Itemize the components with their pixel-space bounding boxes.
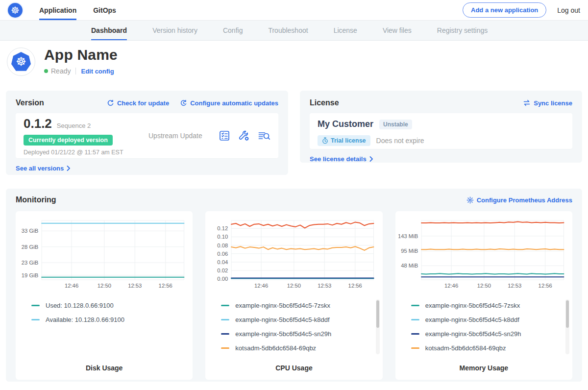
license-card-title: License bbox=[310, 98, 339, 107]
legend-swatch-icon bbox=[31, 319, 40, 320]
logout-button[interactable]: Log out bbox=[557, 6, 580, 14]
legend-label: example-nginx-5bc6f5d4c5-k8ddf bbox=[235, 316, 329, 323]
config-wrench-icon[interactable] bbox=[238, 130, 250, 142]
legend-swatch-icon bbox=[411, 347, 419, 349]
edit-config-link[interactable]: Edit config bbox=[81, 68, 114, 75]
monitoring-section: Monitoring Configure Prometheus Address … bbox=[6, 189, 582, 382]
add-application-button[interactable]: Add a new application bbox=[463, 2, 546, 18]
status-badge: Ready bbox=[44, 67, 71, 75]
subnav-version-history[interactable]: Version history bbox=[152, 21, 197, 40]
sequence-label: Sequence 2 bbox=[57, 122, 91, 129]
subnav-troubleshoot[interactable]: Troubleshoot bbox=[268, 21, 308, 40]
chart-title: Memory Usage bbox=[395, 364, 572, 372]
chevron-right-icon bbox=[369, 156, 373, 162]
subnav-view-files[interactable]: View files bbox=[383, 21, 412, 40]
svg-text:12:50: 12:50 bbox=[477, 283, 490, 289]
svg-text:0.10: 0.10 bbox=[218, 234, 228, 240]
channel-badge: Unstable bbox=[379, 120, 412, 129]
cpu-usage-chart: 0.000.020.040.060.080.100.1212:4612:5012… bbox=[208, 217, 377, 292]
configure-automatic-updates-label: Configure automatic updates bbox=[190, 99, 278, 107]
license-expiration: Does not expire bbox=[376, 137, 424, 145]
license-detail-card: My Customer Unstable Trial license Does … bbox=[310, 113, 572, 149]
preflight-checklist-icon[interactable] bbox=[219, 130, 230, 142]
see-license-details-label: See license details bbox=[310, 155, 367, 163]
subnav-config[interactable]: Config bbox=[223, 21, 243, 40]
legend-item: kotsadm-5db6dc6584-69qbz bbox=[411, 341, 567, 355]
configure-prometheus-label: Configure Prometheus Address bbox=[477, 196, 572, 204]
legend-item: example-nginx-5bc6f5d4c5-k8ddf bbox=[411, 313, 567, 327]
version-source-label: Upstream Update bbox=[148, 132, 202, 140]
memory-usage-chart-card: 48 MiB95 MiB143 MiB12:4612:5012:5312:56 … bbox=[395, 211, 572, 380]
trial-license-label: Trial license bbox=[331, 137, 366, 144]
legend-swatch-icon bbox=[411, 319, 419, 320]
svg-text:28 GiB: 28 GiB bbox=[22, 244, 38, 250]
topnav-tabs: Application GitOps bbox=[39, 0, 116, 20]
legend-label: example-nginx-5bc6f5d4c5-k8ddf bbox=[425, 316, 519, 323]
license-card: License Sync license My Customer Unstabl… bbox=[300, 91, 582, 163]
legend-item: example-nginx-5bc6f5d4c5-k8ddf bbox=[221, 313, 377, 327]
legend-scrollbar-thumb[interactable] bbox=[376, 300, 379, 328]
chevron-right-icon bbox=[67, 166, 71, 171]
legend-label: example-nginx-5bc6f5d4c5-7zskx bbox=[425, 302, 520, 309]
check-for-update-link[interactable]: Check for update bbox=[107, 99, 169, 107]
current-version-card: 0.1.2 Sequence 2 Currently deployed vers… bbox=[16, 113, 278, 158]
sync-license-label: Sync license bbox=[534, 99, 572, 107]
memory-usage-legend: example-nginx-5bc6f5d4c5-7zskxexample-ng… bbox=[398, 298, 567, 355]
svg-text:12:53: 12:53 bbox=[508, 283, 521, 289]
legend-swatch-icon bbox=[221, 347, 229, 349]
customer-name: My Customer bbox=[318, 119, 373, 129]
configure-prometheus-link[interactable]: Configure Prometheus Address bbox=[466, 196, 572, 204]
legend-label: kotsadm-5db6dc6584-69qbz bbox=[425, 344, 506, 352]
svg-text:12:50: 12:50 bbox=[287, 283, 301, 289]
version-number: 0.1.2 bbox=[24, 116, 52, 131]
view-logs-icon[interactable] bbox=[258, 130, 270, 142]
svg-text:0.04: 0.04 bbox=[218, 259, 228, 265]
app-avatar: ☸ bbox=[7, 48, 35, 76]
sync-license-link[interactable]: Sync license bbox=[523, 99, 572, 107]
legend-item: example-nginx-5bc6f5d4c5-sn29h bbox=[221, 327, 377, 341]
legend-label: example-nginx-5bc6f5d4c5-7zskx bbox=[235, 302, 330, 309]
memory-usage-chart: 48 MiB95 MiB143 MiB12:4612:5012:5312:56 bbox=[398, 217, 567, 292]
svg-text:0.08: 0.08 bbox=[218, 243, 228, 248]
charts-row: 19 GiB23 GiB28 GiB33 GiB12:4612:5012:531… bbox=[16, 211, 572, 380]
chart-title: Disk Usage bbox=[16, 364, 193, 372]
disk-usage-legend: Used: 10.128.0.66:9100Available: 10.128.… bbox=[19, 298, 188, 327]
deployed-version-badge: Currently deployed version bbox=[24, 135, 113, 146]
subnav-license[interactable]: License bbox=[334, 21, 357, 40]
version-card: Version Check for update Configure autom… bbox=[6, 91, 288, 175]
legend-scrollbar[interactable] bbox=[376, 299, 380, 354]
subnav-registry-settings[interactable]: Registry settings bbox=[437, 21, 488, 40]
svg-text:95 MiB: 95 MiB bbox=[401, 248, 418, 254]
top-navbar: ☸ Application GitOps Add a new applicati… bbox=[0, 0, 588, 21]
legend-swatch-icon bbox=[221, 305, 229, 306]
status-label: Ready bbox=[51, 67, 71, 75]
brand-logo: ☸ bbox=[8, 0, 23, 20]
legend-item: Available: 10.128.0.66:9100 bbox=[31, 313, 188, 327]
refresh-icon bbox=[107, 99, 114, 107]
kubernetes-logo-icon: ☸ bbox=[8, 3, 23, 18]
svg-text:33 GiB: 33 GiB bbox=[22, 228, 38, 234]
subnav-dashboard[interactable]: Dashboard bbox=[91, 21, 127, 40]
check-for-update-label: Check for update bbox=[117, 99, 169, 107]
legend-item: example-nginx-5bc6f5d4c5-7zskx bbox=[221, 298, 377, 313]
divider bbox=[75, 68, 76, 74]
tab-gitops[interactable]: GitOps bbox=[93, 0, 116, 20]
tab-application[interactable]: Application bbox=[39, 0, 76, 20]
svg-text:0.00: 0.00 bbox=[218, 276, 228, 282]
gear-icon bbox=[466, 196, 474, 204]
legend-scrollbar[interactable] bbox=[565, 299, 569, 354]
page-title: App Name bbox=[44, 47, 118, 63]
ready-dot-icon bbox=[44, 69, 48, 73]
configure-automatic-updates-link[interactable]: Configure automatic updates bbox=[180, 99, 278, 107]
svg-text:12:46: 12:46 bbox=[65, 283, 78, 289]
version-card-title: Version bbox=[16, 98, 44, 107]
legend-label: kotsadm-5db6dc6584-69qbz bbox=[235, 344, 316, 352]
legend-item: Used: 10.128.0.66:9100 bbox=[31, 298, 188, 313]
legend-scrollbar-thumb[interactable] bbox=[566, 300, 569, 328]
disk-usage-chart-card: 19 GiB23 GiB28 GiB33 GiB12:4612:5012:531… bbox=[16, 211, 193, 380]
svg-text:12:46: 12:46 bbox=[444, 283, 458, 289]
see-license-details-link[interactable]: See license details bbox=[310, 155, 373, 163]
see-all-versions-link[interactable]: See all versions bbox=[16, 165, 71, 172]
trial-license-badge: Trial license bbox=[318, 135, 370, 146]
legend-label: Used: 10.128.0.66:9100 bbox=[46, 302, 114, 309]
